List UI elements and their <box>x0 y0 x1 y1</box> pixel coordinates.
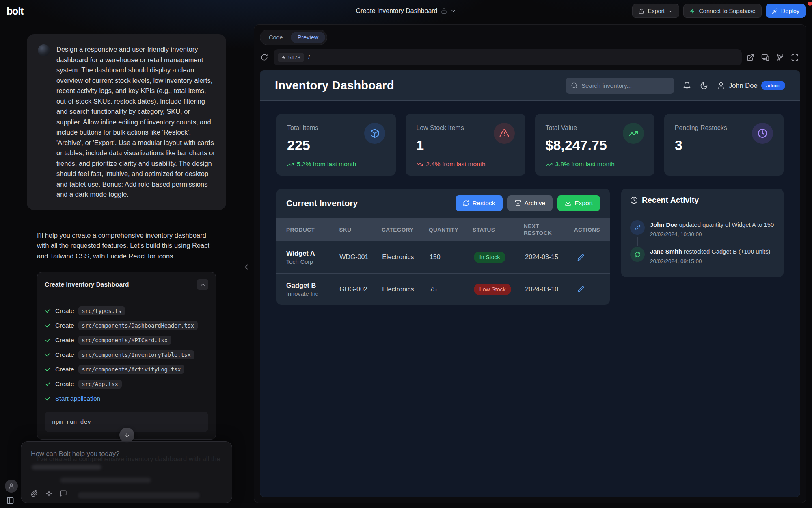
kpi-label: Total Items <box>287 123 318 132</box>
bell-icon[interactable] <box>683 82 691 90</box>
kpi-card-total-value: Total Value $8,247.75 3.8% from last mon… <box>535 114 654 176</box>
supabase-bolt-icon <box>689 8 695 14</box>
product-name: Widget A <box>286 250 339 257</box>
deploy-label: Deploy <box>781 8 799 14</box>
inventory-search <box>566 78 674 94</box>
category-cell: Electronics <box>382 286 430 293</box>
activity-action: restocked Gadget B (+100 units) <box>684 248 770 255</box>
activity-item: Jane Smith restocked Gadget B (+100 unit… <box>630 247 775 274</box>
arrow-down-icon <box>123 432 130 439</box>
reload-button[interactable] <box>260 53 269 62</box>
check-icon <box>45 308 51 314</box>
edit-row-button[interactable] <box>576 284 586 294</box>
view-tabs: Code Preview <box>260 30 327 45</box>
role-badge: admin <box>761 81 785 90</box>
inspector-toggle-icon[interactable] <box>776 54 784 61</box>
kpi-delta: 2.4% from last month <box>416 161 514 168</box>
tab-preview[interactable]: Preview <box>291 32 326 43</box>
quantity-cell: 150 <box>430 254 474 261</box>
file-chip[interactable]: src/types.ts <box>78 306 125 315</box>
quantity-cell: 75 <box>430 286 474 293</box>
export-button[interactable]: Export <box>632 4 679 18</box>
product-supplier: Innovate Inc <box>286 291 339 297</box>
inventory-title: Current Inventory <box>286 198 358 208</box>
chat-collapse-handle[interactable] <box>242 263 251 271</box>
archive-button[interactable]: Archive <box>508 195 553 211</box>
bolt-logo[interactable]: bolt <box>6 5 23 17</box>
port-chip[interactable]: 5173 <box>278 53 304 62</box>
port-number: 5173 <box>288 54 300 61</box>
artifact-title: Create Inventory Dashboard <box>45 281 129 288</box>
activity-actor: John Doe <box>650 221 677 228</box>
activity-actor: Jane Smith <box>650 248 682 255</box>
blurred-suggestion <box>78 492 200 499</box>
artifact-collapse-button[interactable] <box>197 279 208 290</box>
activity-action: updated quantity of Widget A to 150 <box>679 221 774 228</box>
clock-icon <box>752 123 773 144</box>
dashboard-header: Inventory Dashboard <box>260 71 800 101</box>
kpi-delta-text: 2.4% from last month <box>426 161 485 168</box>
trending-down-icon <box>416 161 423 168</box>
search-input[interactable] <box>581 82 669 89</box>
connect-supabase-label: Connect to Supabase <box>699 8 755 14</box>
connect-supabase-button[interactable]: Connect to Supabase <box>683 4 761 18</box>
status-badge: Low Stock <box>474 284 512 295</box>
attach-link-icon[interactable] <box>31 490 38 497</box>
artifact-step: Create src/components/KPICard.tsx <box>45 333 208 347</box>
product-name: Gadget B <box>286 282 339 289</box>
dashboard-header-actions: John Doe admin <box>566 78 785 94</box>
refresh-icon <box>463 200 469 206</box>
start-application-link[interactable]: Start application <box>55 395 100 402</box>
file-chip[interactable]: src/components/ActivityLog.tsx <box>78 365 185 374</box>
column-header: NEXT RESTOCK <box>524 223 553 237</box>
scroll-to-bottom-button[interactable] <box>119 428 134 443</box>
composer-toolbar <box>31 490 67 497</box>
step-verb: Create <box>55 366 74 373</box>
kpi-card-low-stock: Low Stock Items 1 2.4% from last month <box>406 114 525 176</box>
dashboard-content: Current Inventory Restock <box>260 176 800 305</box>
step-verb: Create <box>55 380 74 388</box>
step-verb: Create <box>55 336 74 344</box>
file-chip[interactable]: src/components/KPICard.tsx <box>78 336 171 345</box>
step-verb: Create <box>55 322 74 329</box>
chat-mode-icon[interactable] <box>60 490 67 497</box>
open-in-new-tab-icon[interactable] <box>747 54 754 61</box>
export-csv-button[interactable]: Export <box>557 195 600 211</box>
project-title-menu[interactable]: Create Inventory Dashboard <box>356 0 456 22</box>
user-menu[interactable]: John Doe admin <box>717 81 785 90</box>
chat-panel: Design a responsive and user-friendly in… <box>0 22 253 508</box>
artifact-body: Create src/types.ts Create src/component… <box>37 297 216 439</box>
artifact-header[interactable]: Create Inventory Dashboard <box>37 272 216 297</box>
status-badge: In Stock <box>474 252 506 263</box>
archive-icon <box>515 200 521 206</box>
restock-date-cell: 2024-03-10 <box>525 286 575 293</box>
chat-input[interactable] <box>31 450 222 458</box>
user-avatar <box>38 44 50 56</box>
edit-row-button[interactable] <box>576 252 586 263</box>
fullscreen-icon[interactable] <box>791 54 799 61</box>
sku-cell: WDG-001 <box>339 254 382 261</box>
file-chip[interactable]: src/App.tsx <box>78 380 122 389</box>
export-label: Export <box>648 8 665 14</box>
file-chip[interactable]: src/components/DashboardHeader.tsx <box>78 321 198 330</box>
archive-label: Archive <box>525 200 546 207</box>
deploy-button[interactable]: Deploy <box>766 4 806 18</box>
activity-item: John Doe updated quantity of Widget A to… <box>630 220 775 247</box>
chat-composer <box>21 441 232 503</box>
trending-up-icon <box>287 161 294 168</box>
bulk-actions: Restock Archive <box>456 195 600 211</box>
address-bar[interactable]: 5173 / <box>274 49 742 65</box>
kpi-delta: 3.8% from last month <box>546 161 644 168</box>
download-icon <box>565 200 571 206</box>
table-row: Widget A Tech Corp WDG-001 Electronics 1… <box>276 241 610 273</box>
account-avatar[interactable] <box>5 480 18 493</box>
kpi-delta-text: 3.8% from last month <box>555 161 615 168</box>
restock-button[interactable]: Restock <box>456 195 503 211</box>
enhance-prompt-icon[interactable] <box>45 490 52 497</box>
sidebar-toggle-icon[interactable] <box>6 497 14 504</box>
share-icon <box>638 8 644 14</box>
file-chip[interactable]: src/components/InventoryTable.tsx <box>78 350 194 359</box>
tab-code[interactable]: Code <box>262 32 290 43</box>
device-preview-icon[interactable] <box>761 53 769 61</box>
dark-mode-toggle-icon[interactable] <box>700 82 708 90</box>
